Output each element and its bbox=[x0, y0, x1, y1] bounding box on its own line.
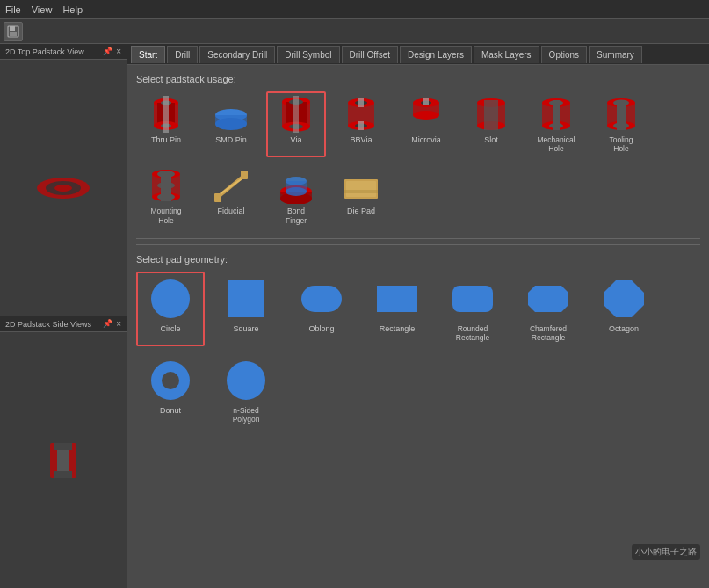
top-panel-pin[interactable]: 📌 bbox=[103, 47, 112, 56]
top-panel-title-bar: 2D Top Padstack View 📌 × bbox=[0, 44, 127, 60]
right-content: Start Drill Secondary Drill Drill Symbol… bbox=[127, 44, 709, 588]
bottom-panel-title-bar: 2D Padstack Side Views 📌 × bbox=[0, 316, 127, 332]
menu-file[interactable]: File bbox=[5, 4, 21, 15]
bond-finger-label: BondFinger bbox=[286, 207, 307, 224]
padstack-fiducial[interactable]: Fiducial bbox=[201, 163, 261, 229]
microvia-icon bbox=[403, 96, 449, 133]
svg-point-84 bbox=[227, 361, 265, 400]
geometry-octagon[interactable]: Octagon bbox=[590, 272, 658, 346]
svg-rect-73 bbox=[346, 181, 376, 197]
menu-help[interactable]: Help bbox=[62, 4, 83, 15]
bottom-panel-content bbox=[0, 332, 127, 588]
svg-rect-26 bbox=[293, 96, 299, 133]
svg-rect-77 bbox=[301, 286, 342, 312]
padstack-tooling-hole[interactable]: ToolingHole bbox=[591, 91, 651, 157]
svg-rect-65 bbox=[241, 171, 248, 179]
smd-pin-label: SMD Pin bbox=[215, 135, 247, 145]
svg-rect-8 bbox=[54, 471, 72, 478]
tab-summary[interactable]: Summary bbox=[589, 46, 642, 63]
mechanical-hole-label: MechanicalHole bbox=[538, 135, 575, 153]
padstack-smd-pin[interactable]: SMD Pin bbox=[201, 91, 261, 157]
geometry-rectangle[interactable]: Rectangle bbox=[363, 272, 431, 346]
svg-point-83 bbox=[162, 372, 179, 389]
geometry-n-sided-polygon[interactable]: n-SidedPolygon bbox=[212, 353, 280, 428]
geometry-square[interactable]: Square bbox=[212, 272, 280, 346]
rectangle-shape bbox=[372, 276, 423, 322]
smd-pin-icon bbox=[208, 96, 254, 133]
watermark: 小小的电子之路 bbox=[632, 544, 700, 560]
donut-shape bbox=[145, 358, 196, 403]
donut-label: Donut bbox=[160, 406, 181, 416]
geometry-rounded-rectangle[interactable]: RoundedRectangle bbox=[438, 272, 507, 346]
padstack-die-pad[interactable]: Die Pad bbox=[331, 163, 391, 229]
padstack-bbvia[interactable]: BBVia bbox=[331, 91, 391, 157]
top-panel-close[interactable]: × bbox=[116, 47, 121, 56]
svg-rect-32 bbox=[358, 98, 364, 107]
svg-rect-9 bbox=[57, 450, 69, 471]
padstack-mounting-hole[interactable]: MountingHole bbox=[136, 163, 196, 229]
padstack-thru-pin[interactable]: Thru Pin bbox=[136, 91, 196, 157]
left-top-panel: 2D Top Padstack View 📌 × bbox=[0, 44, 127, 316]
tab-drill-offset[interactable]: Drill Offset bbox=[342, 46, 399, 63]
padstack-usage-label: Select padstack usage: bbox=[136, 74, 700, 84]
tab-options[interactable]: Options bbox=[541, 46, 587, 63]
rounded-rectangle-label: RoundedRectangle bbox=[456, 324, 489, 342]
tab-mask-layers[interactable]: Mask Layers bbox=[474, 46, 539, 63]
geometry-chamfered-rectangle[interactable]: ChamferedRectangle bbox=[514, 272, 582, 346]
menu-view[interactable]: View bbox=[32, 4, 53, 15]
geometry-section: Select pad geometry: Circle bbox=[136, 244, 700, 429]
chamfered-rectangle-shape bbox=[523, 276, 574, 322]
svg-rect-79 bbox=[452, 286, 493, 312]
bottom-panel-pin[interactable]: 📌 bbox=[103, 319, 112, 329]
save-button[interactable] bbox=[4, 22, 23, 41]
svg-rect-2 bbox=[10, 32, 17, 36]
thru-pin-label: Thru Pin bbox=[151, 135, 181, 145]
thru-pin-icon bbox=[143, 96, 189, 133]
svg-rect-42 bbox=[484, 100, 498, 130]
geometry-oblong[interactable]: Oblong bbox=[287, 272, 356, 346]
oblong-label: Oblong bbox=[308, 324, 334, 334]
svg-rect-7 bbox=[54, 443, 72, 450]
toolbar bbox=[0, 19, 709, 44]
fiducial-icon bbox=[208, 167, 254, 204]
tab-drill[interactable]: Drill bbox=[167, 46, 198, 63]
top-panel-title: 2D Top Padstack View bbox=[5, 47, 84, 56]
bbvia-label: BBVia bbox=[351, 135, 373, 145]
square-shape bbox=[221, 276, 271, 322]
tab-design-layers[interactable]: Design Layers bbox=[400, 46, 472, 63]
chamfered-rectangle-label: ChamferedRectangle bbox=[530, 324, 567, 342]
padstack-microvia[interactable]: Microvia bbox=[396, 91, 456, 157]
main-layout: 2D Top Padstack View 📌 × 2D bbox=[0, 44, 709, 588]
geometry-label: Select pad geometry: bbox=[136, 254, 700, 265]
tab-secondary-drill[interactable]: Secondary Drill bbox=[199, 46, 275, 63]
bottom-panel-title: 2D Padstack Side Views bbox=[5, 320, 91, 329]
octagon-label: Octagon bbox=[609, 324, 639, 334]
padstack-grid: Thru Pin SMD Pin bbox=[136, 91, 700, 229]
left-panel: 2D Top Padstack View 📌 × 2D bbox=[0, 44, 127, 588]
tab-drill-symbol[interactable]: Drill Symbol bbox=[277, 46, 339, 63]
padstack-bond-finger[interactable]: BondFinger bbox=[266, 163, 326, 229]
bond-finger-icon bbox=[273, 167, 319, 204]
svg-rect-54 bbox=[617, 100, 626, 130]
bottom-panel-close[interactable]: × bbox=[116, 319, 121, 329]
padstack-slot[interactable]: Slot bbox=[461, 91, 521, 157]
octagon-shape bbox=[598, 276, 649, 322]
die-pad-icon bbox=[338, 167, 384, 204]
svg-point-75 bbox=[151, 279, 190, 318]
via-icon bbox=[273, 96, 319, 133]
geometry-donut[interactable]: Donut bbox=[136, 353, 205, 428]
slot-label: Slot bbox=[484, 135, 498, 145]
menu-bar: File View Help bbox=[0, 0, 709, 19]
geometry-circle[interactable]: Circle bbox=[136, 272, 205, 346]
circle-label: Circle bbox=[160, 324, 180, 334]
svg-rect-38 bbox=[423, 98, 429, 105]
padstack-usage-section: Select padstack usage: bbox=[136, 74, 700, 229]
padstack-mechanical-hole[interactable]: MechanicalHole bbox=[526, 91, 586, 157]
padstack-via[interactable]: Via bbox=[266, 91, 326, 157]
tab-start[interactable]: Start bbox=[131, 46, 165, 63]
circle-shape bbox=[145, 276, 196, 322]
svg-rect-76 bbox=[228, 280, 264, 317]
n-sided-polygon-label: n-SidedPolygon bbox=[233, 406, 260, 424]
oblong-shape bbox=[296, 276, 347, 322]
bbvia-icon bbox=[338, 96, 384, 133]
